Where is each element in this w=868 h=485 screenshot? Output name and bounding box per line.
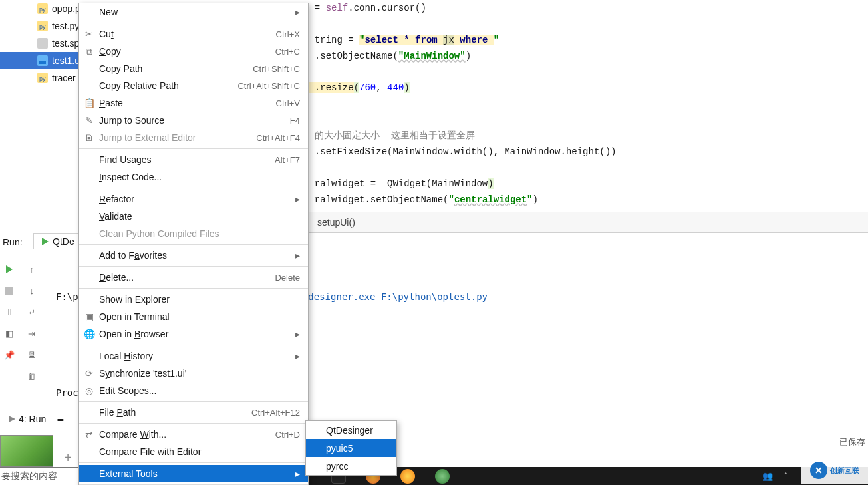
menu-shortcut: Ctrl+Alt+F4 <box>256 133 300 143</box>
file-icon <box>37 55 48 66</box>
menu-shortcut: Ctrl+X <box>276 29 300 39</box>
globe-icon: 🌐 <box>83 329 95 339</box>
menu-jump-to-external-editor: 🗎Jump to External EditorCtrl+Alt+F4 <box>79 129 308 146</box>
play-icon <box>8 415 16 423</box>
menu-shortcut: Ctrl+D <box>275 430 300 440</box>
svg-marker-10 <box>6 265 13 273</box>
pin-button[interactable]: 📌 <box>0 345 19 365</box>
chevron-right-icon: ▸ <box>295 329 300 339</box>
tray-chevron-icon[interactable]: ˄ <box>784 471 788 481</box>
svg-rect-6 <box>39 61 46 64</box>
external-tools-submenu[interactable]: QtDesingerpyuic5pyrcc <box>305 420 397 476</box>
menu-synchronize-test1-ui[interactable]: ⟳Synchronize 'test1.ui' <box>79 365 308 382</box>
pause-button[interactable]: ⏸ <box>0 302 19 322</box>
run-tab[interactable]: QtDe <box>33 233 82 249</box>
run-tab-label: QtDe <box>53 236 74 247</box>
menu-refactor[interactable]: Refactor▸ <box>79 190 308 208</box>
term-icon: ▣ <box>83 311 95 322</box>
search-box[interactable]: 要搜索的内容 <box>0 467 78 485</box>
menu-add-to-favorites[interactable]: Add to Favorites▸ <box>79 247 308 264</box>
menu-copy-path[interactable]: Copy PathCtrl+Shift+C <box>79 60 308 77</box>
menu-inspect-code[interactable]: Inspect Code... <box>79 168 308 186</box>
tree-item-label: tracer <box>52 73 76 83</box>
scope-icon: ◎ <box>83 385 95 396</box>
file-icon: py <box>37 21 48 31</box>
menu-local-history[interactable]: Local History▸ <box>79 347 308 365</box>
copy-icon: ⧉ <box>83 46 95 57</box>
menu-label: Open in Terminal <box>99 311 170 322</box>
menu-label: Add to Favorites <box>99 250 167 261</box>
menu-new[interactable]: New▸ <box>79 3 308 21</box>
menu-clean-python-compiled-files: Clean Python Compiled Files <box>79 225 308 242</box>
down-button[interactable]: ↓ <box>23 281 41 301</box>
menu-label: Compare File with Editor <box>99 446 201 457</box>
menu-compare-file-with-editor[interactable]: Compare File with Editor <box>79 443 308 460</box>
new-desktop-button[interactable]: + <box>60 450 76 466</box>
scroll-button[interactable]: ⇥ <box>23 323 41 343</box>
menu-copy-relative-path[interactable]: Copy Relative PathCtrl+Alt+Shift+C <box>79 77 308 94</box>
breadcrumb-label: setupUi() <box>317 217 355 228</box>
up-button[interactable]: ↑ <box>23 259 41 279</box>
menu-compare-with[interactable]: ⇄Compare With...Ctrl+D <box>79 426 308 443</box>
menu-file-path[interactable]: File PathCtrl+Alt+F12 <box>79 404 308 421</box>
menu-paste[interactable]: 📋PasteCtrl+V <box>79 94 308 112</box>
print-button[interactable]: 🖶 <box>23 345 41 365</box>
wrap-button[interactable]: ⤶ <box>23 302 41 322</box>
status-saved: 已保存 <box>839 436 865 448</box>
menu-shortcut: Ctrl+Shift+C <box>253 64 300 74</box>
menu-open-in-browser[interactable]: 🌐Open in Browser▸ <box>79 325 308 343</box>
menu-shortcut: Ctrl+Alt+F12 <box>251 408 300 418</box>
submenu-qtdesinger[interactable]: QtDesinger <box>306 421 396 439</box>
menu-shortcut: F4 <box>290 116 300 126</box>
menu-jump-to-source[interactable]: ✎Jump to SourceF4 <box>79 112 308 129</box>
menu-label: Copy Relative Path <box>99 81 179 91</box>
chevron-right-icon: ▸ <box>295 351 300 361</box>
tree-item-label: test1.ui <box>52 55 82 66</box>
svg-text:py: py <box>39 6 46 13</box>
layout-button[interactable]: ◧ <box>0 323 19 343</box>
console-line-1a: F:\p <box>56 291 78 302</box>
menu-find-usages[interactable]: Find UsagesAlt+F7 <box>79 151 308 168</box>
bottom-tabs: 4: Run ≣ <box>0 411 69 427</box>
stop-button[interactable] <box>0 281 19 301</box>
run-panel-label: Run: <box>3 237 23 247</box>
menu-delete[interactable]: Delete...Delete <box>79 269 308 286</box>
menu-label: File Path <box>99 407 136 418</box>
svg-marker-12 <box>9 416 15 422</box>
file-icon <box>37 38 48 49</box>
breadcrumb[interactable]: setupUi() <box>309 212 868 233</box>
trash-button[interactable]: 🗑 <box>23 366 41 386</box>
diff-icon: ⇄ <box>83 429 95 440</box>
taskbar-app-3[interactable] <box>400 469 415 484</box>
menu-external-tools[interactable]: External Tools▸ <box>79 465 308 482</box>
desktop-thumbnail[interactable] <box>0 435 53 467</box>
jump-icon: ✎ <box>83 115 95 126</box>
svg-rect-4 <box>37 38 48 49</box>
menu-label: Local History <box>99 351 153 361</box>
menu-edit-scopes[interactable]: ◎Edit Scopes... <box>79 382 308 399</box>
taskbar-app-4[interactable] <box>435 469 450 484</box>
menu-open-in-terminal[interactable]: ▣Open in Terminal <box>79 308 308 325</box>
chevron-right-icon: ▸ <box>295 7 300 17</box>
rerun-button[interactable] <box>0 259 19 279</box>
menu-cut[interactable]: ✂CutCtrl+X <box>79 25 308 43</box>
bottom-tab-list-icon[interactable]: ≣ <box>53 411 69 427</box>
menu-label: Refactor <box>99 194 134 204</box>
context-menu[interactable]: New▸✂CutCtrl+X⧉CopyCtrl+CCopy PathCtrl+S… <box>78 3 309 485</box>
menu-shortcut: Ctrl+C <box>275 47 300 57</box>
submenu-pyuic5[interactable]: pyuic5 <box>306 439 396 457</box>
bottom-tab-run[interactable]: 4: Run <box>4 411 50 427</box>
menu-label: External Tools <box>99 468 158 479</box>
menu-label: Copy <box>99 46 121 57</box>
submenu-label: pyuic5 <box>326 443 353 454</box>
file-icon: py <box>37 3 48 14</box>
menu-validate[interactable]: Validate <box>79 208 308 225</box>
run-toolbar: ⏸ ◧ 📌 ↑ ↓ ⤶ ⇥ 🖶 🗑 <box>0 255 44 387</box>
menu-label: Validate <box>99 211 132 222</box>
menu-copy[interactable]: ⧉CopyCtrl+C <box>79 43 308 60</box>
submenu-pyrcc[interactable]: pyrcc <box>306 457 396 475</box>
menu-shortcut: Ctrl+V <box>276 98 300 108</box>
menu-show-in-explorer[interactable]: Show in Explorer <box>79 291 308 308</box>
svg-rect-11 <box>5 287 13 295</box>
tray-people-icon[interactable]: 👥 <box>762 471 773 481</box>
